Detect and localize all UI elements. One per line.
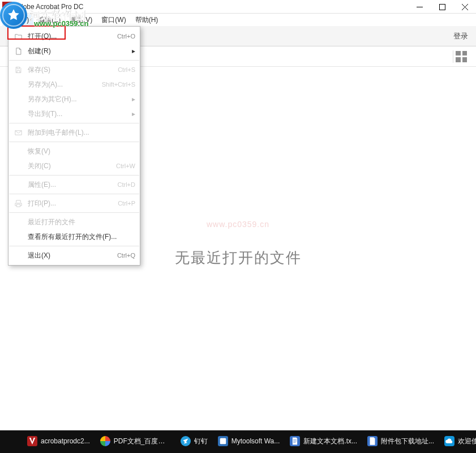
taskbar-item[interactable]: Mytoolsoft Wa... xyxy=(213,431,285,452)
menu-exit[interactable]: 退出(X) Ctrl+Q xyxy=(8,248,140,263)
menu-separator xyxy=(9,212,139,213)
menu-save-as: 另存为(A)... Shift+Ctrl+S xyxy=(8,77,140,92)
menu-close-shortcut: Ctrl+W xyxy=(116,163,135,169)
create-icon xyxy=(13,47,23,55)
menu-create-label: 创建(R) xyxy=(28,46,130,56)
cloud-icon xyxy=(444,436,454,446)
menu-recent: 最近打开的文件 xyxy=(8,215,140,229)
taskbar-item[interactable]: 新建文本文档.tx... xyxy=(285,431,362,452)
print-icon xyxy=(13,199,23,208)
taskbar-item[interactable]: acrobatprodc2... xyxy=(23,431,95,452)
menu-revert: 恢复(V) xyxy=(8,144,140,159)
menu-properties-shortcut: Ctrl+D xyxy=(118,181,135,188)
menu-exit-label: 退出(X) xyxy=(28,251,117,260)
app-icon xyxy=(2,2,12,12)
grid-view-button[interactable] xyxy=(456,51,467,62)
acrobat-icon xyxy=(27,436,37,446)
menu-recent-label: 最近打开的文件 xyxy=(28,217,135,227)
menu-properties: 属性(E)... Ctrl+D xyxy=(8,177,140,192)
taskbar-item[interactable]: 欢迎使用百 xyxy=(440,431,476,452)
browser-icon xyxy=(100,436,110,446)
menu-save-other: 另存为其它(H)... ▸ xyxy=(8,92,140,106)
menu-revert-label: 恢复(V) xyxy=(28,147,135,156)
menu-view[interactable]: 视图(V) xyxy=(65,14,97,26)
dingtalk-icon xyxy=(181,436,191,446)
menu-save: 保存(S) Ctrl+S xyxy=(8,62,140,77)
menu-file[interactable]: 文件(F) xyxy=(2,14,33,26)
menu-close: 关闭(C) Ctrl+W xyxy=(8,159,140,173)
menu-properties-label: 属性(E)... xyxy=(28,180,118,190)
menu-create[interactable]: 创建(R) ▸ xyxy=(8,44,140,58)
taskbar-item-label: 附件包下载地址... xyxy=(381,437,434,446)
submenu-arrow-icon: ▸ xyxy=(130,47,135,55)
menu-save-label: 保存(S) xyxy=(28,65,118,75)
maximize-button[interactable] xyxy=(431,0,453,14)
notepad-icon xyxy=(367,436,378,446)
login-link[interactable]: 登录 xyxy=(453,31,468,41)
menu-open[interactable]: 打开(O)... Ctrl+O xyxy=(8,29,140,44)
taskbar-item[interactable]: PDF文档_百度搜... xyxy=(96,431,175,452)
empty-message: 无最近打开的文件 xyxy=(175,248,302,268)
menubar: 文件(F) 编辑(E) 视图(V) 窗口(W) 帮助(H) xyxy=(0,14,476,26)
taskbar-item-label: 欢迎使用百 xyxy=(458,437,476,446)
menu-save-as-label: 另存为(A)... xyxy=(28,80,102,89)
menu-separator xyxy=(9,123,139,123)
svg-rect-1 xyxy=(220,438,226,445)
menu-export-label: 导出到(T)... xyxy=(28,109,130,119)
menu-view-all-recent-label: 查看所有最近打开的文件(F)... xyxy=(28,232,135,242)
menu-edit[interactable]: 编辑(E) xyxy=(33,14,65,26)
open-icon xyxy=(13,32,23,41)
titlebar: Adobe Acrobat Pro DC xyxy=(0,0,476,14)
menu-view-all-recent[interactable]: 查看所有最近打开的文件(F)... xyxy=(8,229,140,244)
taskbar: acrobatprodc2... PDF文档_百度搜... 钉钉 Mytools… xyxy=(0,430,476,453)
divider xyxy=(453,50,453,63)
taskbar-item-label: 新建文本文档.tx... xyxy=(303,437,357,446)
minimize-button[interactable] xyxy=(408,0,431,14)
menu-save-shortcut: Ctrl+S xyxy=(118,66,135,73)
taskbar-item-label: 钉钉 xyxy=(194,437,208,446)
notepad-icon xyxy=(290,436,300,446)
mail-icon xyxy=(13,129,23,137)
taskbar-item-label: PDF文档_百度搜... xyxy=(114,437,170,446)
menu-print-shortcut: Ctrl+P xyxy=(118,200,135,207)
menu-separator xyxy=(9,142,139,142)
menu-window[interactable]: 窗口(W) xyxy=(97,14,130,26)
menu-save-as-shortcut: Shift+Ctrl+S xyxy=(102,81,135,88)
menu-export: 导出到(T)... ▸ xyxy=(8,106,140,121)
menu-separator xyxy=(9,60,139,61)
menu-print-label: 打印(P)... xyxy=(28,199,118,208)
close-button[interactable] xyxy=(453,0,476,14)
menu-exit-shortcut: Ctrl+Q xyxy=(117,252,135,259)
menu-separator xyxy=(9,246,139,246)
menu-attach-email: 附加到电子邮件(L)... xyxy=(8,125,140,140)
menu-separator xyxy=(9,175,139,176)
app-icon xyxy=(218,436,228,446)
submenu-arrow-icon: ▸ xyxy=(130,110,135,118)
taskbar-item-label: acrobatprodc2... xyxy=(41,437,90,445)
window-controls xyxy=(408,0,476,14)
faint-watermark-text: www.pc0359.cn xyxy=(207,220,269,229)
submenu-arrow-icon: ▸ xyxy=(130,95,135,103)
svg-rect-0 xyxy=(439,4,445,10)
menu-open-label: 打开(O)... xyxy=(28,32,117,41)
taskbar-item[interactable]: 钉钉 xyxy=(176,431,212,452)
save-icon xyxy=(13,66,23,74)
taskbar-item[interactable]: 附件包下载地址... xyxy=(363,431,439,452)
taskbar-item-label: Mytoolsoft Wa... xyxy=(231,437,280,445)
menu-close-label: 关闭(C) xyxy=(28,161,116,171)
app-title: Adobe Acrobat Pro DC xyxy=(15,3,83,11)
menu-separator xyxy=(9,194,139,194)
menu-save-other-label: 另存为其它(H)... xyxy=(28,95,130,104)
file-menu-dropdown: 打开(O)... Ctrl+O 创建(R) ▸ 保存(S) Ctrl+S 另存为… xyxy=(8,26,140,266)
menu-help[interactable]: 帮助(H) xyxy=(131,14,163,26)
menu-print: 打印(P)... Ctrl+P xyxy=(8,196,140,211)
menu-open-shortcut: Ctrl+O xyxy=(117,33,135,40)
menu-attach-email-label: 附加到电子邮件(L)... xyxy=(28,128,135,138)
